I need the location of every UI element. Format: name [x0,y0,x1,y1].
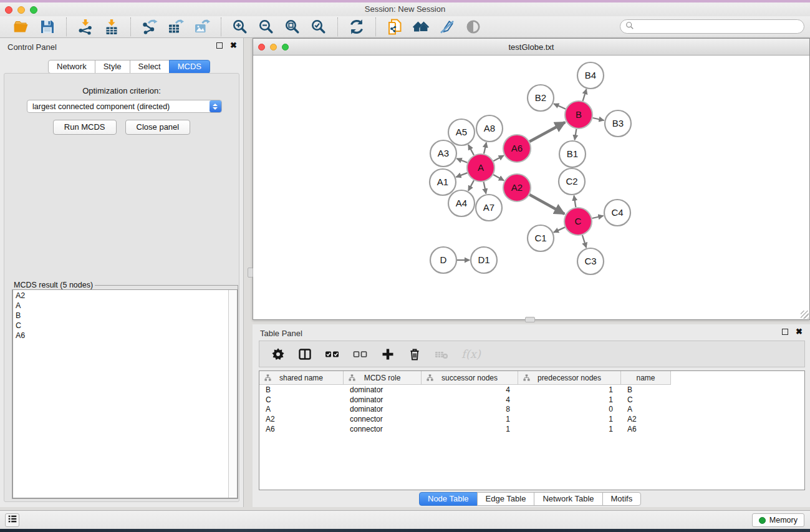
graph-node-B[interactable]: B [565,101,592,128]
column-header-predecessor-nodes[interactable]: predecessor nodes [518,371,621,385]
graph-node-B3[interactable]: B3 [605,110,631,137]
graph-node-C3[interactable]: C3 [577,248,604,274]
graph-edge-A2-C[interactable] [529,195,564,214]
graph-edge-C-C1[interactable] [554,227,565,232]
graph-node-B1[interactable]: B1 [559,141,586,167]
list-scrollbar[interactable] [228,290,237,498]
graph-node-A6[interactable]: A6 [503,135,531,162]
graph-edge-A-A5[interactable] [468,145,474,155]
graph-edge-A-A6[interactable] [493,155,504,161]
graph-edge-C-C4[interactable] [592,216,604,218]
export-image-icon[interactable] [194,19,210,35]
tab-mcds[interactable]: MCDS [169,60,210,74]
table-row[interactable]: A6connector11A6 [259,424,804,434]
table-row[interactable]: Bdominator41B [259,385,804,395]
column-header-successor-nodes[interactable]: successor nodes [422,371,518,385]
refresh-icon[interactable] [349,19,365,35]
graph-node-C2[interactable]: C2 [559,168,585,195]
horizontal-splitter-handle[interactable] [525,317,535,322]
graph-node-A3[interactable]: A3 [430,140,456,167]
float-panel-icon[interactable] [216,42,223,49]
close-panel-button[interactable]: Close panel [125,120,191,135]
close-window-button[interactable] [5,6,12,14]
column-header-MCDS-role[interactable]: MCDS role [344,371,422,385]
table-tab-motifs[interactable]: Motifs [602,492,642,506]
graph-edge-B-B2[interactable] [554,104,566,109]
table-tab-edge-table[interactable]: Edge Table [477,492,535,506]
eye-icon[interactable] [465,19,481,35]
export-table-icon[interactable] [168,19,184,35]
zoom-window-button[interactable] [30,6,37,14]
graph-node-D1[interactable]: D1 [471,247,497,273]
table-row[interactable]: Adominator80A [259,405,804,415]
zoom-fit-icon[interactable] [284,19,301,35]
zoom-out-icon[interactable] [258,19,274,35]
search-field[interactable] [620,19,804,34]
graph-node-C1[interactable]: C1 [528,225,554,251]
zoom-selected-icon[interactable] [311,19,327,35]
hide-annotations-icon[interactable] [439,19,455,35]
network-close-button[interactable] [258,44,265,51]
select-all-checkboxes-icon[interactable] [325,347,340,362]
network-canvas[interactable]: B4B2BB3A5A8A6B1A3AC2A1A2A4A7C4CC1C3DD1 [253,56,809,319]
graph-edge-C-C3[interactable] [582,235,586,248]
double-home-icon[interactable] [413,19,429,35]
close-panel-icon[interactable]: ✖ [230,42,237,49]
open-folder-icon[interactable] [13,19,29,35]
column-header-name[interactable]: name [621,371,671,385]
graph-edge-B-B3[interactable] [593,118,604,120]
graph-node-D[interactable]: D [430,247,456,273]
optimization-criterion-dropdown[interactable]: largest connected component (directed) [27,100,222,113]
graph-edge-A-A4[interactable] [468,180,474,191]
graph-node-C[interactable]: C [564,208,592,235]
graph-edge-A-A1[interactable] [456,173,467,177]
mcds-result-item[interactable]: C [16,321,226,331]
graph-node-A4[interactable]: A4 [448,190,475,216]
graph-node-A8[interactable]: A8 [476,115,503,142]
tab-select[interactable]: Select [130,60,170,74]
zoom-in-icon[interactable] [232,19,248,35]
graph-node-B2[interactable]: B2 [528,85,554,111]
network-minimize-button[interactable] [270,44,277,51]
import-table-icon[interactable] [104,19,120,35]
show-panels-button[interactable] [5,513,19,527]
graph-edge-B-B1[interactable] [575,129,577,140]
graph-node-A7[interactable]: A7 [476,195,502,221]
float-table-panel-icon[interactable] [782,329,788,335]
graph-edge-C-C2[interactable] [574,196,576,208]
mcds-result-item[interactable]: A2 [16,291,226,301]
add-column-icon[interactable] [381,347,395,362]
new-network-from-file-icon[interactable] [387,19,403,35]
save-floppy-icon[interactable] [39,19,55,35]
graph-edge-B-B4[interactable] [583,89,587,101]
mcds-result-item[interactable]: A [16,301,226,311]
window-resize-grip[interactable] [801,311,809,319]
tab-style[interactable]: Style [95,60,130,74]
graph-node-A[interactable]: A [467,154,494,181]
delete-column-icon[interactable] [408,347,422,362]
export-network-icon[interactable] [142,19,158,35]
search-input[interactable] [637,22,799,31]
tab-network[interactable]: Network [48,60,95,74]
graph-edge-A6-B[interactable] [529,122,565,142]
graph-edge-A-A3[interactable] [456,158,467,163]
table-tab-node-table[interactable]: Node Table [419,492,478,506]
import-network-icon[interactable] [77,19,94,35]
graph-node-B4[interactable]: B4 [577,62,604,89]
mcds-result-item[interactable]: B [16,311,226,321]
graph-edge-A-A8[interactable] [484,142,486,153]
run-mcds-button[interactable]: Run MCDS [53,120,117,135]
network-zoom-button[interactable] [282,44,289,51]
memory-button[interactable]: Memory [752,513,804,527]
close-table-panel-icon[interactable]: ✖ [796,329,803,335]
vertical-splitter-handle[interactable] [248,268,253,278]
graph-edge-A-A2[interactable] [493,175,504,180]
table-row[interactable]: Cdominator41C [259,395,804,405]
table-tab-network-table[interactable]: Network Table [534,492,602,506]
split-columns-icon[interactable] [298,347,312,362]
deselect-all-checkboxes-icon[interactable] [353,347,368,362]
column-header-shared-name[interactable]: shared name [259,371,344,385]
graph-node-A1[interactable]: A1 [430,169,456,195]
gear-icon[interactable] [271,347,285,362]
minimize-window-button[interactable] [17,6,25,14]
